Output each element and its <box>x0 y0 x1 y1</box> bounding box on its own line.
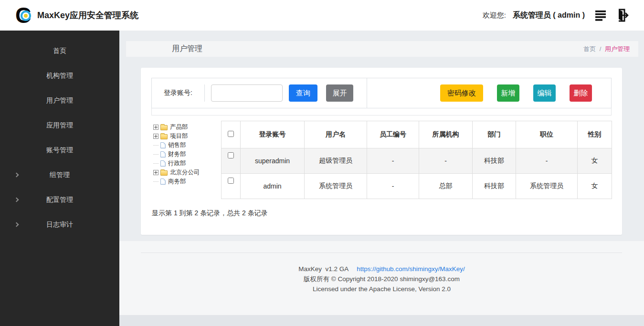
app-title: MaxKey应用安全管理系统 <box>37 10 138 21</box>
user-management-card: 登录账号: 查询 展开 密码修改 新增 编辑 删除 <box>141 68 622 235</box>
sidebar-item-group-management[interactable]: 组管理 <box>0 162 119 187</box>
table-header-row: 登录账号 用户名 员工编号 所属机构 部门 职位 性别 <box>222 121 612 148</box>
tree-expand-icon[interactable] <box>153 134 158 139</box>
github-link[interactable]: https://github.com/shimingxy/MaxKey/ <box>357 265 465 273</box>
sidebar-item-user-management[interactable]: 用户管理 <box>0 88 119 113</box>
folder-icon <box>160 170 168 176</box>
file-icon <box>160 179 166 185</box>
footer-version: MaxKey v1.2 GA <box>298 265 348 273</box>
file-icon <box>160 160 166 167</box>
add-button[interactable]: 新增 <box>497 84 519 102</box>
login-account-label: 登录账号: <box>152 89 204 97</box>
column-header: 职位 <box>516 121 578 148</box>
footer-divider <box>141 252 622 253</box>
chevron-right-icon <box>14 198 19 202</box>
delete-button[interactable]: 删除 <box>570 84 592 102</box>
select-all-checkbox[interactable] <box>228 131 234 137</box>
top-header: C MaxKey应用安全管理系统 欢迎您: 系统管理员 ( admin ) <box>0 0 644 31</box>
change-password-button[interactable]: 密码修改 <box>440 84 483 102</box>
folder-icon <box>160 134 168 139</box>
logout-icon[interactable] <box>612 6 631 25</box>
record-summary: 显示第 1 到第 2 条记录，总共 2 条记录 <box>151 209 612 218</box>
tree-node-project-dept[interactable]: 项目部 <box>153 132 221 141</box>
sidebar: 首页 机构管理 用户管理 应用管理 账号管理 组管理 配置管理 日志审计 <box>0 31 119 326</box>
tree-node-product-dept[interactable]: 产品部 <box>153 123 221 132</box>
column-header: 登录账号 <box>241 121 305 148</box>
table-row-admin[interactable]: admin 系统管理员 - 总部 科技部 系统管理员 女 <box>222 174 612 199</box>
file-icon <box>160 151 166 158</box>
footer-section: MaxKey v1.2 GA https://github.com/shimin… <box>119 241 644 315</box>
breadcrumb-current: 用户管理 <box>605 45 630 53</box>
column-header: 部门 <box>473 121 516 148</box>
chevron-right-icon <box>14 222 19 227</box>
search-toolbar: 登录账号: 查询 展开 密码修改 新增 编辑 删除 <box>151 78 612 108</box>
users-table: 登录账号 用户名 员工编号 所属机构 部门 职位 性别 <box>221 121 612 199</box>
app-window: C MaxKey应用安全管理系统 欢迎您: 系统管理员 ( admin ) <box>0 0 644 326</box>
welcome-label: 欢迎您: <box>483 11 506 20</box>
query-button[interactable]: 查询 <box>289 84 317 102</box>
bottom-strip <box>119 315 644 326</box>
sidebar-item-account-management[interactable]: 账号管理 <box>0 137 119 162</box>
edit-button[interactable]: 编辑 <box>533 84 556 102</box>
page-title-bar: 用户管理 首页 / 用户管理 <box>126 41 638 57</box>
breadcrumb-separator: / <box>600 45 602 53</box>
tree-node-business-dept[interactable]: 商务部 <box>153 177 221 186</box>
footer-license: Licensed under the Apache License, Versi… <box>119 284 644 294</box>
tree-node-beijing-branch[interactable]: 北京分公司 <box>153 168 221 177</box>
main-content: 用户管理 首页 / 用户管理 登录账号: 查询 展开 <box>119 31 644 326</box>
sidebar-item-log-audit[interactable]: 日志审计 <box>0 212 119 237</box>
select-all-cell <box>222 121 241 148</box>
sidebar-item-org-management[interactable]: 机构管理 <box>0 63 119 88</box>
breadcrumb-home-link[interactable]: 首页 <box>583 45 596 53</box>
org-tree: 产品部 项目部 销售部 <box>151 121 221 199</box>
footer-text: MaxKey v1.2 GA https://github.com/shimin… <box>119 264 644 294</box>
row-checkbox[interactable] <box>228 178 234 184</box>
file-icon <box>160 142 166 148</box>
column-header: 用户名 <box>305 121 367 148</box>
column-header: 员工编号 <box>367 121 419 148</box>
menu-list-icon[interactable] <box>592 6 611 25</box>
column-header: 所属机构 <box>419 121 473 148</box>
breadcrumb: 首页 / 用户管理 <box>583 45 630 53</box>
maxkey-logo-icon: C <box>15 4 36 26</box>
folder-icon <box>160 125 168 130</box>
chevron-right-icon <box>14 173 19 178</box>
tree-expand-icon[interactable] <box>153 125 158 130</box>
tree-node-finance-dept[interactable]: 财务部 <box>153 150 221 159</box>
table-row-superadmin[interactable]: superadmin 超级管理员 - - 科技部 - 女 <box>222 148 612 174</box>
tree-node-sales-dept[interactable]: 销售部 <box>153 141 221 150</box>
sidebar-item-home[interactable]: 首页 <box>0 38 119 63</box>
column-header: 性别 <box>578 121 612 148</box>
table-toolbar-strip <box>151 108 612 116</box>
footer-copyright: 版权所有 © Copyright 2018-2020 shimingxy@163… <box>119 274 644 284</box>
current-user-label: 系统管理员 ( admin ) <box>513 11 585 21</box>
sidebar-item-app-management[interactable]: 应用管理 <box>0 113 119 137</box>
login-account-input[interactable] <box>211 84 283 102</box>
tree-expand-icon[interactable] <box>153 170 158 175</box>
expand-button[interactable]: 展开 <box>326 84 353 102</box>
page-title: 用户管理 <box>172 44 202 54</box>
row-checkbox[interactable] <box>228 152 234 158</box>
tree-node-admin-dept[interactable]: 行政部 <box>153 159 221 168</box>
sidebar-item-config-management[interactable]: 配置管理 <box>0 187 119 212</box>
